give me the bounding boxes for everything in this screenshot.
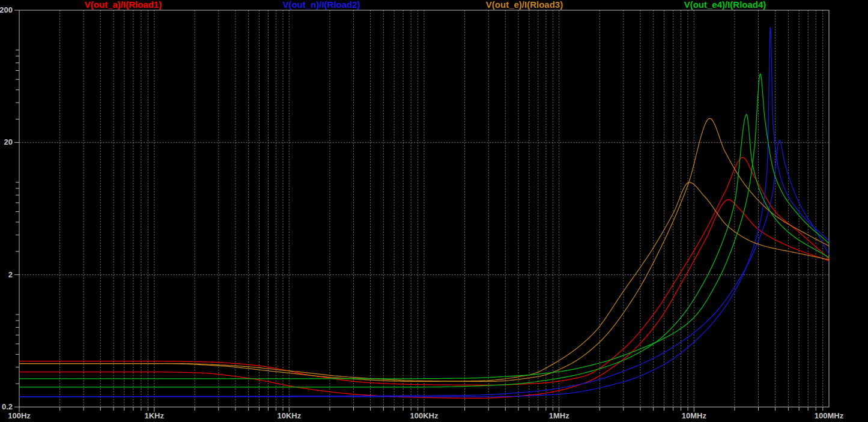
x-axis-label: 1KHz <box>144 411 164 420</box>
plot-area[interactable]: 100Hz1KHz10KHz100KHz1MHz10MHz100MHz20020… <box>0 0 868 422</box>
x-axis-label: 1MHz <box>549 411 569 420</box>
x-axis-label: 100KHz <box>410 411 439 420</box>
trace-v-out-n-i-rload2-step1[interactable] <box>19 27 829 397</box>
x-axis-label: 100MHz <box>815 411 844 420</box>
y-axis-label: 0.2 <box>2 402 13 411</box>
y-axis-label: 200 <box>0 5 13 14</box>
y-axis-label: 20 <box>4 137 13 146</box>
x-axis-label: 10MHz <box>682 411 707 420</box>
x-axis-label: 100Hz <box>8 411 31 420</box>
y-axis-label: 2 <box>8 270 13 279</box>
waveform-viewer-window: V(out_a)/I(Rload1) V(out_n)/I(Rload2) V(… <box>0 0 868 422</box>
trace-v-out-e-i-rload3-step1[interactable] <box>19 118 829 381</box>
x-axis-label: 10KHz <box>277 411 301 420</box>
